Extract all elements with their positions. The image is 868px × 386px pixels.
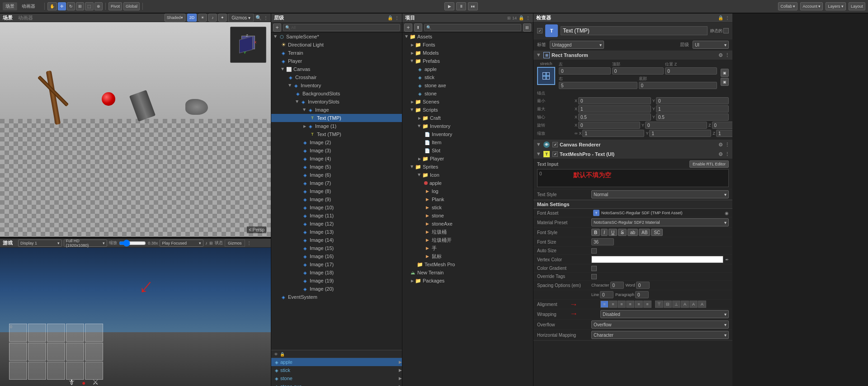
step-button[interactable]: ⏭ <box>468 2 478 10</box>
project-lock[interactable]: 🔒 <box>519 15 524 20</box>
anchor-max-x[interactable] <box>578 105 651 113</box>
scale-slider[interactable] <box>119 240 146 246</box>
color-eyedropper[interactable]: ✒ <box>725 257 729 262</box>
game-tab[interactable]: 游戏 <box>3 240 13 246</box>
inventoryslots-item[interactable]: ▶ ◈ InventorySlots <box>271 98 402 106</box>
overflow-dropdown[interactable]: Overflow▾ <box>591 320 729 329</box>
image3-item[interactable]: ◈Image (3) <box>271 146 402 155</box>
stone-prefab[interactable]: ◈ stone <box>402 89 533 98</box>
object-active-checkbox[interactable]: ✓ <box>537 28 542 33</box>
pivot-btn[interactable]: Pivot <box>108 2 122 10</box>
account-button[interactable]: Account ▾ <box>800 2 823 10</box>
packages-folder[interactable]: ▶ 📁 Packages <box>402 277 533 285</box>
material-preset-dropdown[interactable]: NotoSansSC-Regular SDF2 Material▾ <box>591 218 729 226</box>
project-menu[interactable]: ⋮ <box>526 15 530 20</box>
canvas-expand[interactable]: ▶ <box>280 66 286 72</box>
align-top-btn[interactable]: ⊤ <box>655 301 663 308</box>
stick-sprite[interactable]: ▶stick <box>402 203 533 212</box>
project-import-btn[interactable]: ⬆ <box>414 24 422 32</box>
inspector-menu[interactable]: ⋮ <box>725 15 730 20</box>
vertex-color-swatch[interactable] <box>591 256 723 263</box>
scene-expand-arrow[interactable]: ▶ <box>273 34 278 39</box>
bold-btn[interactable]: B <box>591 229 600 236</box>
hierarchy-tab[interactable]: 层级 <box>274 14 284 21</box>
models-expand[interactable]: ▶ <box>410 50 415 56</box>
item-script[interactable]: 📄 Item <box>402 138 533 146</box>
anchor-min-y[interactable] <box>656 97 729 104</box>
word-spacing[interactable] <box>636 282 650 289</box>
log-sprite[interactable]: ▶log <box>402 187 533 195</box>
uppercase-btn[interactable]: AB <box>639 229 650 236</box>
game-menu-icon[interactable]: ⋮ <box>247 240 251 245</box>
scenes-folder[interactable]: ▶ 📁 Scenes <box>402 98 533 106</box>
display-dropdown[interactable]: Display 1▾ <box>18 240 62 247</box>
icon-expand[interactable]: ▶ <box>417 172 422 178</box>
inventory-script-folder[interactable]: ▶ 📁 Inventory <box>402 122 533 130</box>
inventory-expand[interactable]: ▶ <box>288 83 293 88</box>
text-input-area[interactable]: 0 <box>537 169 729 187</box>
rect-transform-header[interactable]: ▶ ⊞ Rect Transform ⚙ ⋮ <box>533 51 732 60</box>
image15-item[interactable]: ◈Image (15) <box>271 244 402 252</box>
image-item[interactable]: ▶ ◈ Image <box>271 106 402 114</box>
image-expand[interactable]: ▶ <box>302 107 307 113</box>
stone-sprite[interactable]: ▶stone <box>402 212 533 220</box>
image7-item[interactable]: ◈Image (7) <box>271 179 402 187</box>
canvas-renderer-checkbox[interactable]: ✓ <box>552 142 558 147</box>
scene-search[interactable]: 🔍 <box>255 15 262 21</box>
play-button[interactable]: ▶ <box>444 2 454 10</box>
image11-item[interactable]: ◈Image (11) <box>271 212 402 220</box>
image6-item[interactable]: ◈Image (6) <box>271 171 402 179</box>
stoneaxe-sprite[interactable]: ▶stoneAxe <box>402 220 533 228</box>
stretch-anchor-icon[interactable] <box>537 67 555 85</box>
font-size-input[interactable] <box>591 238 614 245</box>
scene-tab[interactable]: 场景 <box>3 14 13 21</box>
pause-button[interactable]: ⏸ <box>456 2 466 10</box>
transform-tool[interactable]: ⊕ <box>94 2 103 10</box>
stick-arrow[interactable]: ▶ <box>399 368 402 372</box>
player-item[interactable]: ◈ Player <box>271 57 402 65</box>
fonts-folder[interactable]: ▶ 📁 Fonts <box>402 41 533 49</box>
static-checkbox[interactable] <box>723 28 729 33</box>
override-tags-checkbox[interactable] <box>591 274 597 279</box>
playmode-dropdown[interactable]: Play Focused▾ <box>160 240 203 247</box>
posz-input[interactable] <box>665 67 717 75</box>
lowercase-btn[interactable]: ab <box>627 229 638 236</box>
global-btn[interactable]: Global <box>123 2 140 10</box>
anim-tab[interactable]: 动画器 <box>18 14 33 21</box>
underline-btn[interactable]: U <box>609 229 617 236</box>
prefabs-folder[interactable]: ▶ 📁 Prefabs <box>402 57 533 65</box>
image12-item[interactable]: ◈Image (12) <box>271 220 402 228</box>
packages-expand[interactable]: ▶ <box>410 278 415 283</box>
textmeshpro-header[interactable]: ▶ T ✓ TextMeshPro - Text (UI) ⚙ ⋮ <box>533 150 732 159</box>
image8-item[interactable]: ◈Image (8) <box>271 187 402 195</box>
move-tool[interactable]: ✛ <box>58 2 66 10</box>
inventory-script[interactable]: 📄 Inventory <box>402 130 533 138</box>
scenes-expand[interactable]: ▶ <box>410 99 415 104</box>
tag-dropdown[interactable]: Untagged▾ <box>550 41 604 49</box>
scene-light-btn[interactable]: ☀ <box>198 14 207 22</box>
canvas-more-icon[interactable]: ⋮ <box>725 142 730 148</box>
inv-script-expand[interactable]: ▶ <box>417 123 422 129</box>
bottom-input[interactable] <box>639 82 717 89</box>
trash-sprite[interactable]: ▶垃圾桶 <box>402 228 533 236</box>
apple-sprite[interactable]: apple <box>402 179 533 187</box>
image1-expand[interactable]: ▶ <box>302 123 307 129</box>
eye-icon[interactable]: 👁 <box>274 352 278 357</box>
backgroundslots-item[interactable]: ◈ BackgroundSlots <box>271 89 402 98</box>
craft-expand[interactable]: ▶ <box>417 115 422 121</box>
hierarchy-lock[interactable]: 🔒 <box>387 15 393 20</box>
apple-arrow[interactable]: ▶ <box>399 360 402 364</box>
pivot-y[interactable] <box>656 113 729 121</box>
trash-open-sprite[interactable]: ▶垃圾桶开 <box>402 236 533 244</box>
align-base-btn[interactable]: A <box>689 301 698 308</box>
rotate-tool[interactable]: ↻ <box>67 2 75 10</box>
layers-button[interactable]: Layers ▾ <box>826 2 846 10</box>
stoneaxe-bottom-item[interactable]: ◈ stone axe ▶ <box>271 382 402 386</box>
align-flush-btn[interactable]: ≡ <box>635 301 643 308</box>
scripts-expand[interactable]: ▶ <box>410 107 415 113</box>
image20-item[interactable]: ◈Image (20) <box>271 285 402 293</box>
hand-sprite[interactable]: ▶手 <box>402 244 533 252</box>
align-bot-btn[interactable]: ⊥ <box>672 301 680 308</box>
rot-x[interactable] <box>578 122 640 129</box>
image4-item[interactable]: ◈Image (4) <box>271 155 402 163</box>
